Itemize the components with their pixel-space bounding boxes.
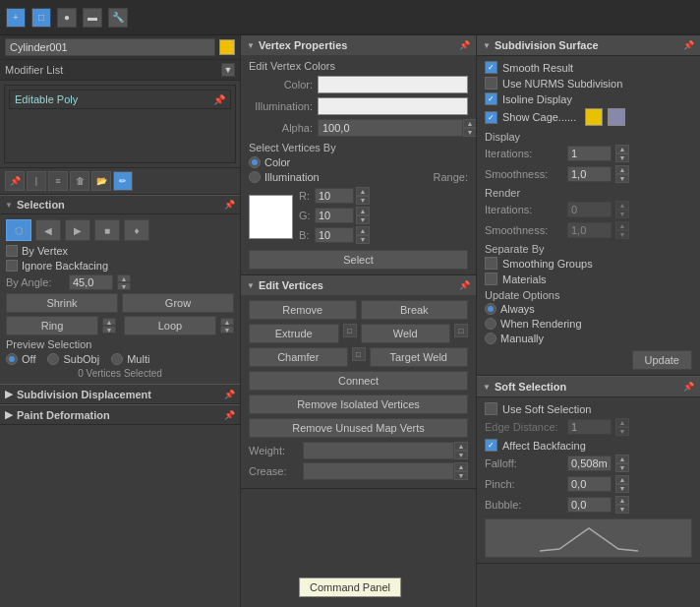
edit-icon[interactable]: ✏: [113, 171, 133, 191]
loop-up[interactable]: ▲: [220, 318, 234, 326]
delete-icon[interactable]: 🗑: [70, 171, 89, 191]
target-weld-btn[interactable]: Target Weld: [370, 347, 469, 367]
sel-prev-btn[interactable]: ◀: [35, 219, 61, 241]
alpha-up[interactable]: ▲: [463, 119, 477, 128]
remove-btn[interactable]: Remove: [249, 300, 357, 320]
materials-check[interactable]: [485, 273, 497, 285]
disp-iter-up[interactable]: ▲: [615, 145, 629, 153]
cage-color1-swatch[interactable]: [585, 108, 603, 126]
g-down[interactable]: ▼: [356, 215, 370, 224]
chamfer-settings-icon[interactable]: □: [352, 347, 366, 361]
edge-dist-up[interactable]: ▲: [615, 418, 629, 427]
disp-iter-down[interactable]: ▼: [615, 153, 629, 162]
render-smooth-input[interactable]: [567, 222, 612, 238]
ring-down[interactable]: ▼: [102, 326, 116, 334]
selection-section-header[interactable]: ▼ Selection 📌: [0, 196, 240, 214]
disp-iter-input[interactable]: [567, 146, 612, 161]
pinch-input[interactable]: [567, 476, 612, 492]
list-icon[interactable]: ≡: [48, 171, 68, 191]
smooth-result-check[interactable]: ✓: [485, 61, 497, 74]
r-spinner[interactable]: ▲ ▼: [356, 187, 370, 205]
edge-dist-down[interactable]: ▼: [615, 427, 629, 436]
b-spinner[interactable]: ▲ ▼: [356, 226, 370, 244]
vertex-props-header[interactable]: ▼ Vertex Properties 📌: [241, 35, 476, 55]
soft-sel-header[interactable]: ▼ Soft Selection 📌: [477, 377, 700, 397]
g-up[interactable]: ▲: [356, 207, 370, 215]
bubble-up[interactable]: ▲: [615, 496, 629, 505]
extrude-settings-icon[interactable]: □: [343, 324, 357, 337]
preview-multi-radio[interactable]: [111, 353, 123, 365]
modifier-stack-item[interactable]: Editable Poly 📌: [9, 90, 231, 109]
object-name-input[interactable]: [5, 38, 215, 56]
remove-isolated-btn[interactable]: Remove Isolated Vertices: [249, 395, 468, 414]
disp-smooth-up[interactable]: ▲: [615, 165, 629, 174]
render-smooth-up[interactable]: ▲: [615, 221, 629, 230]
object-color-swatch[interactable]: [219, 39, 235, 55]
sel-element-btn[interactable]: ♦: [124, 219, 149, 241]
preview-off-radio[interactable]: [6, 353, 18, 365]
pin-icon[interactable]: 📌: [5, 171, 25, 191]
create-icon[interactable]: +: [6, 8, 26, 28]
loop-down[interactable]: ▼: [220, 326, 234, 334]
g-spinner[interactable]: ▲ ▼: [356, 207, 370, 224]
alpha-input[interactable]: [318, 119, 463, 137]
remove-unused-btn[interactable]: Remove Unused Map Verts: [249, 418, 468, 438]
grow-btn[interactable]: Grow: [122, 293, 234, 313]
g-input[interactable]: [315, 208, 354, 223]
hierarchy-icon[interactable]: ●: [57, 8, 77, 28]
preview-subobj-radio[interactable]: [47, 353, 59, 365]
crease-input[interactable]: [303, 462, 454, 480]
b-input[interactable]: [315, 227, 354, 243]
update-btn[interactable]: Update: [632, 350, 692, 370]
alpha-down[interactable]: ▼: [463, 128, 477, 137]
modify-icon[interactable]: □: [31, 8, 51, 28]
r-down[interactable]: ▼: [356, 196, 370, 205]
ring-spinner[interactable]: ▲ ▼: [102, 318, 116, 334]
select-btn[interactable]: Select: [249, 250, 468, 270]
pinch-down[interactable]: ▼: [615, 484, 629, 493]
bubble-spinner[interactable]: ▲ ▼: [615, 496, 629, 514]
subdivision-disp-header[interactable]: ▶ Subdivision Displacement 📌: [0, 384, 240, 404]
weight-up[interactable]: ▲: [454, 442, 468, 451]
b-up[interactable]: ▲: [356, 226, 370, 235]
crease-down[interactable]: ▼: [454, 471, 468, 480]
render-smooth-spinner[interactable]: ▲ ▼: [615, 221, 629, 239]
falloff-down[interactable]: ▼: [615, 463, 629, 472]
disp-smooth-input[interactable]: [567, 166, 612, 182]
render-iter-down[interactable]: ▼: [615, 210, 629, 218]
weight-input[interactable]: [303, 442, 454, 459]
render-iter-input[interactable]: [567, 202, 612, 217]
sel-vertex-btn[interactable]: ⬡: [6, 219, 31, 241]
show-cage-check[interactable]: ✓: [485, 111, 497, 124]
shrink-btn[interactable]: Shrink: [6, 293, 118, 313]
disp-smooth-down[interactable]: ▼: [615, 174, 629, 183]
break-btn[interactable]: Break: [361, 300, 469, 320]
by-vertex-check[interactable]: [6, 245, 18, 257]
falloff-spinner[interactable]: ▲ ▼: [615, 455, 629, 472]
by-angle-up[interactable]: ▲: [117, 274, 131, 282]
use-soft-check[interactable]: [485, 402, 497, 415]
render-iter-spinner[interactable]: ▲ ▼: [615, 201, 629, 218]
manually-radio[interactable]: [485, 333, 496, 344]
by-angle-spinner[interactable]: ▲ ▼: [117, 274, 131, 290]
by-angle-down[interactable]: ▼: [117, 282, 131, 290]
modifier-dropdown-arrow[interactable]: ▼: [221, 63, 235, 77]
weight-down[interactable]: ▼: [454, 451, 468, 459]
render-smooth-down[interactable]: ▼: [615, 230, 629, 239]
connect-btn[interactable]: Connect: [249, 371, 468, 391]
subdivision-header[interactable]: ▼ Subdivision Surface 📌: [477, 35, 700, 56]
crease-up[interactable]: ▲: [454, 462, 468, 471]
loop-btn[interactable]: Loop: [124, 316, 216, 335]
sel-by-color-radio[interactable]: [249, 156, 261, 168]
by-angle-input[interactable]: [69, 274, 113, 290]
paint-deform-header[interactable]: ▶ Paint Deformation 📌: [0, 404, 240, 425]
smoothing-groups-check[interactable]: [485, 257, 497, 270]
bubble-down[interactable]: ▼: [615, 505, 629, 514]
when-rendering-radio[interactable]: [485, 318, 496, 330]
pinch-spinner[interactable]: ▲ ▼: [615, 475, 629, 493]
ignore-backfacing-check[interactable]: [6, 260, 18, 272]
sel-by-illum-radio[interactable]: [249, 171, 261, 183]
sel-next-btn[interactable]: ▶: [65, 219, 90, 241]
weld-btn[interactable]: Weld: [361, 324, 451, 343]
utilities-icon[interactable]: 🔧: [108, 8, 128, 28]
